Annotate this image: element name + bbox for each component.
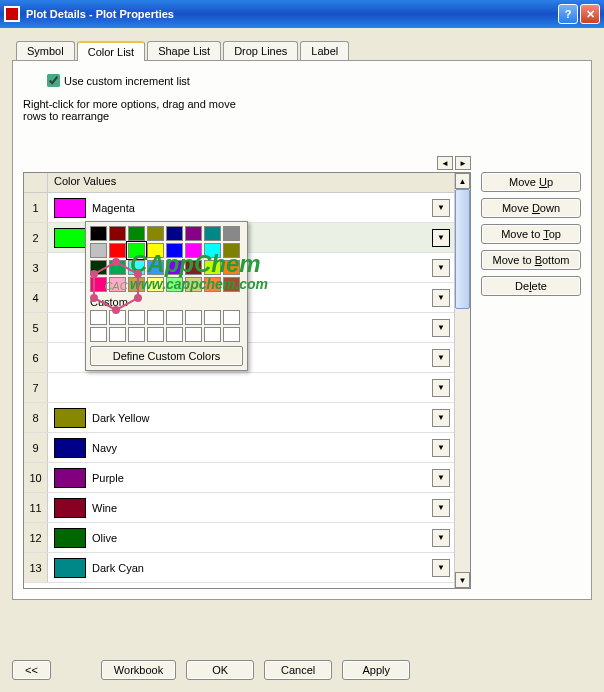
table-row[interactable]: 7▼ (24, 373, 454, 403)
color-swatch-custom[interactable] (147, 327, 164, 342)
color-swatch (54, 528, 86, 548)
scroll-down-arrow[interactable]: ▼ (455, 572, 470, 588)
color-swatch-basic[interactable] (147, 260, 164, 275)
color-swatch-custom[interactable] (128, 327, 145, 342)
color-swatch-custom[interactable] (223, 327, 240, 342)
table-row[interactable]: 11Wine▼ (24, 493, 454, 523)
tab-shape-list[interactable]: Shape List (147, 41, 221, 61)
color-swatch-basic[interactable] (185, 243, 202, 258)
color-swatch-basic[interactable] (90, 226, 107, 241)
workbook-button[interactable]: Workbook (101, 660, 176, 680)
row-dropdown-button[interactable]: ▼ (432, 259, 450, 277)
row-dropdown-button[interactable]: ▼ (432, 469, 450, 487)
color-swatch-custom[interactable] (90, 327, 107, 342)
row-dropdown-button[interactable]: ▼ (432, 289, 450, 307)
col-left-arrow[interactable]: ◄ (437, 156, 453, 170)
use-custom-increment-input[interactable] (47, 74, 60, 87)
color-swatch-custom[interactable] (223, 310, 240, 325)
delete-button[interactable]: Delete (481, 276, 581, 296)
row-dropdown-button[interactable]: ▼ (432, 529, 450, 547)
color-swatch-custom[interactable] (90, 310, 107, 325)
define-custom-colors-button[interactable]: Define Custom Colors (90, 346, 243, 366)
tab-label[interactable]: Label (300, 41, 349, 61)
color-swatch-basic[interactable] (223, 260, 240, 275)
column-header-color-values[interactable]: Color Values (48, 173, 454, 192)
row-dropdown-button[interactable]: ▼ (432, 499, 450, 517)
close-button[interactable]: ✕ (580, 4, 600, 24)
grid-vertical-scrollbar[interactable]: ▲ ▼ (454, 173, 470, 588)
move-up-button[interactable]: Move Up (481, 172, 581, 192)
color-swatch-custom[interactable] (109, 327, 126, 342)
color-swatch-basic[interactable] (128, 226, 145, 241)
color-swatch-custom[interactable] (204, 327, 221, 342)
color-swatch-basic[interactable] (109, 260, 126, 275)
color-swatch-basic[interactable] (166, 260, 183, 275)
color-swatch-basic[interactable] (185, 260, 202, 275)
color-swatch-custom[interactable] (185, 310, 202, 325)
color-swatch-custom[interactable] (128, 310, 145, 325)
row-dropdown-button[interactable]: ▼ (432, 349, 450, 367)
color-swatch-basic[interactable] (90, 260, 107, 275)
row-dropdown-button[interactable]: ▼ (432, 229, 450, 247)
tab-drop-lines[interactable]: Drop Lines (223, 41, 298, 61)
row-dropdown-button[interactable]: ▼ (432, 409, 450, 427)
ok-button[interactable]: OK (186, 660, 254, 680)
color-swatch (54, 318, 86, 338)
color-swatch-basic[interactable] (147, 277, 164, 292)
color-swatch-basic[interactable] (204, 226, 221, 241)
table-row[interactable]: 9Navy▼ (24, 433, 454, 463)
color-swatch-basic[interactable] (223, 277, 240, 292)
table-row[interactable]: 8Dark Yellow▼ (24, 403, 454, 433)
scroll-track[interactable] (455, 189, 470, 572)
color-swatch-basic[interactable] (204, 243, 221, 258)
tab-color-list[interactable]: Color List (77, 41, 145, 61)
color-swatch-basic[interactable] (128, 243, 145, 258)
collapse-button[interactable]: << (12, 660, 51, 680)
color-swatch-basic[interactable] (223, 243, 240, 258)
scroll-thumb[interactable] (455, 189, 470, 309)
row-dropdown-button[interactable]: ▼ (432, 319, 450, 337)
color-swatch-basic[interactable] (90, 243, 107, 258)
color-swatch-basic[interactable] (109, 243, 126, 258)
color-swatch-basic[interactable] (166, 243, 183, 258)
apply-button[interactable]: Apply (342, 660, 410, 680)
table-row[interactable]: 10Purple▼ (24, 463, 454, 493)
color-swatch-basic[interactable] (204, 277, 221, 292)
color-swatch-basic[interactable] (166, 226, 183, 241)
scroll-up-arrow[interactable]: ▲ (455, 173, 470, 189)
color-swatch-basic[interactable] (109, 226, 126, 241)
cancel-button[interactable]: Cancel (264, 660, 332, 680)
color-swatch-basic[interactable] (147, 243, 164, 258)
row-dropdown-button[interactable]: ▼ (432, 439, 450, 457)
row-dropdown-button[interactable]: ▼ (432, 199, 450, 217)
use-custom-increment-checkbox[interactable]: Use custom increment list (43, 71, 581, 90)
color-swatch-custom[interactable] (109, 310, 126, 325)
color-swatch-basic[interactable] (109, 277, 126, 292)
color-swatch-basic[interactable] (90, 277, 107, 292)
color-swatch-basic[interactable] (223, 226, 240, 241)
color-swatch-basic[interactable] (128, 260, 145, 275)
color-swatch-basic[interactable] (185, 277, 202, 292)
color-swatch-custom[interactable] (185, 327, 202, 342)
help-button[interactable]: ? (558, 4, 578, 24)
color-swatch-basic[interactable] (166, 277, 183, 292)
color-swatch-custom[interactable] (166, 310, 183, 325)
color-swatch-custom[interactable] (147, 310, 164, 325)
move-to-bottom-button[interactable]: Move to Bottom (481, 250, 581, 270)
row-dropdown-button[interactable]: ▼ (432, 379, 450, 397)
row-dropdown-button[interactable]: ▼ (432, 559, 450, 577)
color-swatch-basic[interactable] (204, 260, 221, 275)
table-row[interactable]: 1Magenta▼ (24, 193, 454, 223)
color-swatch-basic[interactable] (128, 277, 145, 292)
color-swatch-basic[interactable] (185, 226, 202, 241)
color-swatch-custom[interactable] (204, 310, 221, 325)
table-row[interactable]: 12Olive▼ (24, 523, 454, 553)
col-right-arrow[interactable]: ► (455, 156, 471, 170)
color-swatch-basic[interactable] (147, 226, 164, 241)
move-down-button[interactable]: Move Down (481, 198, 581, 218)
color-swatch-custom[interactable] (166, 327, 183, 342)
tab-symbol[interactable]: Symbol (16, 41, 75, 61)
table-row[interactable]: 13Dark Cyan▼ (24, 553, 454, 583)
row-number: 12 (24, 523, 48, 552)
move-to-top-button[interactable]: Move to Top (481, 224, 581, 244)
